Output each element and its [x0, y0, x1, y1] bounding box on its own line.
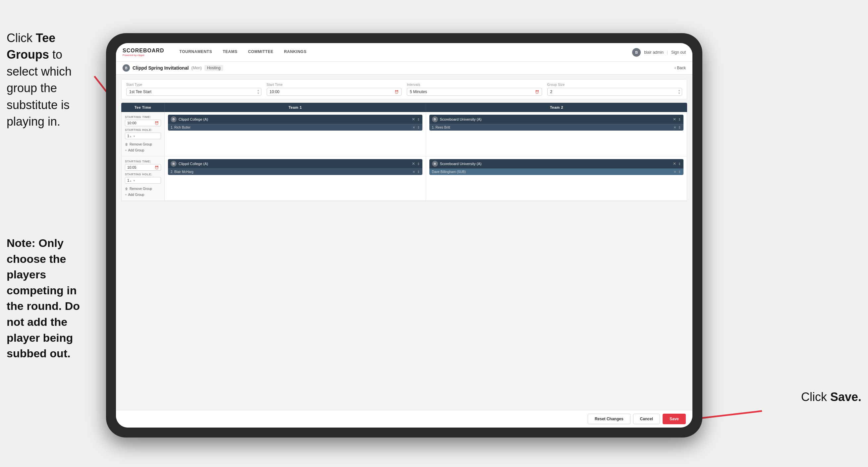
player-x-2-2-0[interactable]: ✕: [674, 170, 676, 174]
player-x-1-1-0[interactable]: ✕: [412, 126, 415, 129]
nav-committee[interactable]: COMMITTEE: [243, 43, 279, 62]
nav-teams[interactable]: TEAMS: [217, 43, 243, 62]
th-team1: Team 1: [164, 103, 426, 112]
team-name-2-2: Scoreboard University (A): [440, 162, 671, 166]
reset-changes-button[interactable]: Reset Changes: [588, 414, 630, 424]
starting-time-label-2: STARTING TIME:: [125, 160, 161, 163]
team-card-2-2: B Scoreboard University (A) ✕ ⇕ Dave Bil…: [429, 159, 684, 175]
group-teams-2: B Clippd College (A) ✕ ⇕ 2. Blair McHarg: [165, 156, 687, 201]
group-team1-col-1: B Clippd College (A) ✕ ⇕ 1. Rich Butler: [165, 112, 426, 156]
starting-hole-input-1[interactable]: 1 ▲ ▼: [125, 133, 161, 139]
team-card-2-1: B Clippd College (A) ✕ ⇕ 2. Blair McHarg: [168, 159, 423, 175]
add-icon-2: +: [125, 193, 127, 197]
starting-hole-label-1: STARTING HOLE:: [125, 128, 161, 132]
player-spin-2-1-0[interactable]: ⇕: [417, 170, 420, 174]
group-size-group: Group Size 2 ▲ ▼: [547, 83, 682, 96]
add-group-btn-2[interactable]: + Add Group: [125, 192, 161, 197]
starting-hole-label-2: STARTING HOLE:: [125, 173, 161, 176]
remove-group-btn-2[interactable]: 🗑 Remove Group: [125, 186, 161, 191]
team-name-2-1: Clippd College (A): [179, 162, 410, 166]
team-card-actions-2-2: ✕ ⇕: [673, 162, 681, 166]
team-name-1-1: Clippd College (A): [179, 117, 410, 121]
team-card-header-2-1: B Clippd College (A) ✕ ⇕: [168, 159, 423, 168]
navbar: SCOREBOARD Powered by clippd TOURNAMENTS…: [116, 43, 692, 62]
group-size-label: Group Size: [547, 83, 682, 87]
tablet-screen: SCOREBOARD Powered by clippd TOURNAMENTS…: [116, 43, 692, 428]
team-badge-1-1: B: [170, 116, 177, 122]
player-x-1-2-0[interactable]: ✕: [674, 126, 676, 129]
player-spin-1-2-0[interactable]: ⇕: [678, 126, 681, 129]
start-time-label: Start Time: [267, 83, 402, 87]
tournament-gender: (Men): [191, 66, 202, 70]
time-clock-icon-2: ⏰: [155, 166, 159, 169]
logo-area: SCOREBOARD Powered by clippd: [123, 48, 164, 57]
team-card-header-1-1: B Clippd College (A) ✕ ⇕: [168, 115, 423, 124]
hole-spinner-2[interactable]: ▲ ▼: [129, 178, 135, 182]
spin-up[interactable]: ▲: [257, 89, 260, 92]
player-name-1-2-0: 1. Rees Britt: [432, 126, 674, 129]
spin-down[interactable]: ▼: [257, 92, 260, 95]
player-row-2-2-0: Dave Billingham (SUB) ✕ ⇕: [429, 168, 684, 175]
team-card-header-2-2: B Scoreboard University (A) ✕ ⇕: [429, 159, 684, 168]
player-x-2-1-0[interactable]: ✕: [412, 170, 415, 174]
remove-icon-1: 🗑: [125, 143, 128, 146]
team-badge-2-2: B: [432, 161, 438, 167]
start-type-input[interactable]: 1st Tee Start ▲ ▼: [126, 88, 261, 96]
team-x-2-1[interactable]: ✕: [412, 162, 415, 166]
table-header: Tee Time Team 1 Team 2: [121, 103, 687, 112]
group-sidebar-1: STARTING TIME: 10:00 ⏰ STARTING HOLE: 1 …: [122, 112, 165, 156]
team-spin-1-1[interactable]: ⇕: [417, 118, 420, 121]
start-type-spinner[interactable]: ▲ ▼: [257, 89, 260, 95]
start-type-label: Start Type: [126, 83, 261, 87]
annotation-note: Note: Only choose the players competing …: [0, 232, 103, 365]
team-spin-2-1[interactable]: ⇕: [417, 162, 420, 166]
nav-items: TOURNAMENTS TEAMS COMMITTEE RANKINGS: [174, 43, 632, 62]
team-x-1-2[interactable]: ✕: [673, 117, 676, 122]
sub-header: B Clippd Spring Invitational (Men) Hosti…: [116, 62, 692, 75]
annotation-save-bold: Save.: [830, 390, 861, 404]
nav-rankings[interactable]: RANKINGS: [279, 43, 312, 62]
group-size-spinner[interactable]: ▲ ▼: [678, 89, 681, 95]
starting-hole-input-2[interactable]: 1 ▲ ▼: [125, 177, 161, 184]
starting-time-input-2[interactable]: 10:05 ⏰: [125, 164, 161, 171]
team-x-2-2[interactable]: ✕: [673, 162, 676, 166]
team-spin-1-2[interactable]: ⇕: [678, 118, 681, 121]
nav-divider: |: [667, 50, 668, 55]
nav-tournaments[interactable]: TOURNAMENTS: [174, 43, 218, 62]
group-sidebar-2: STARTING TIME: 10:05 ⏰ STARTING HOLE: 1 …: [122, 156, 165, 201]
annotation-save: Click Save.: [801, 390, 861, 404]
group-size-input[interactable]: 2 ▲ ▼: [547, 88, 682, 96]
intervals-clock-icon: ⏰: [535, 90, 539, 94]
save-button[interactable]: Save: [662, 414, 686, 424]
nav-right: B blair admin | Sign out: [632, 48, 686, 57]
player-spin-1-1-0[interactable]: ⇕: [417, 126, 420, 129]
cancel-button[interactable]: Cancel: [633, 414, 660, 424]
time-clock-icon-1: ⏰: [155, 121, 159, 125]
team-card-header-1-2: B Scoreboard University (A) ✕ ⇕: [429, 115, 684, 124]
back-link[interactable]: Back: [675, 66, 686, 70]
nav-signout[interactable]: Sign out: [671, 50, 686, 55]
nav-avatar: B: [632, 48, 641, 57]
sub-header-left: B Clippd Spring Invitational (Men) Hosti…: [123, 64, 223, 71]
annotation-tee-groups: Click Tee Groups to select which group t…: [0, 27, 96, 133]
nav-username: blair admin: [644, 50, 663, 55]
team-x-1-1[interactable]: ✕: [412, 117, 415, 122]
player-name-2-2-0: Dave Billingham (SUB): [432, 170, 674, 174]
hosting-badge: Hosting: [205, 65, 223, 71]
intervals-input[interactable]: 5 Minutes ⏰: [407, 88, 542, 96]
gs-spin-down[interactable]: ▼: [678, 92, 681, 95]
team-card-actions-2-1: ✕ ⇕: [412, 162, 420, 166]
player-row-1-1-0: 1. Rich Butler ✕ ⇕: [168, 124, 423, 130]
player-spin-2-2-0[interactable]: ⇕: [678, 170, 681, 174]
logo-sub: Powered by clippd: [123, 54, 164, 57]
start-time-input[interactable]: 10:00 ⏰: [267, 88, 402, 96]
remove-group-btn-1[interactable]: 🗑 Remove Group: [125, 142, 161, 147]
hole-spinner-1[interactable]: ▲ ▼: [129, 134, 135, 138]
main-content: Start Type 1st Tee Start ▲ ▼ Start Time …: [116, 75, 692, 410]
team-spin-2-2[interactable]: ⇕: [678, 162, 681, 166]
starting-time-input-1[interactable]: 10:00 ⏰: [125, 120, 161, 126]
starting-time-label-1: STARTING TIME:: [125, 115, 161, 119]
add-group-btn-1[interactable]: + Add Group: [125, 148, 161, 153]
groups-area: STARTING TIME: 10:00 ⏰ STARTING HOLE: 1 …: [121, 112, 687, 201]
gs-spin-up[interactable]: ▲: [678, 89, 681, 92]
